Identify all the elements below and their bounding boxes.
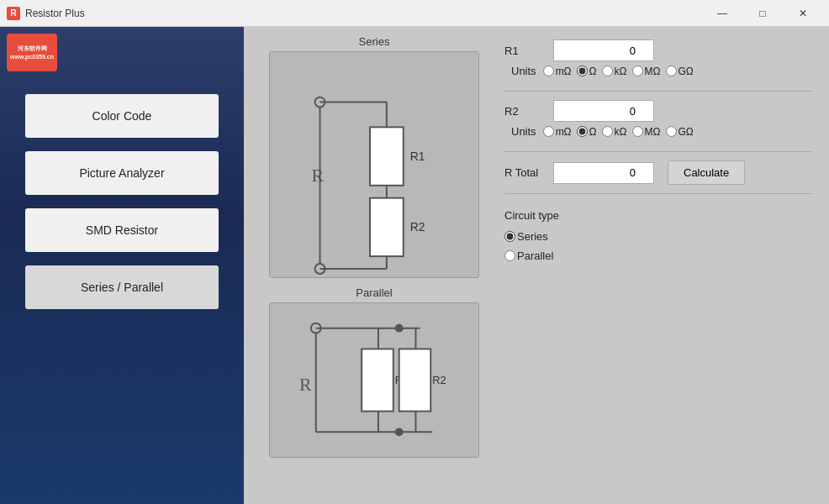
parallel-diagram-section: Parallel R <box>261 286 488 458</box>
sidebar-item-color-code[interactable]: Color Code <box>25 94 219 138</box>
svg-point-18 <box>395 324 404 333</box>
app-icon: R <box>7 7 20 20</box>
maximize-button[interactable]: □ <box>743 0 782 27</box>
window-controls: — □ ✕ <box>703 0 822 27</box>
svg-text:R1: R1 <box>410 150 425 163</box>
svg-rect-5 <box>370 127 404 185</box>
series-diagram-box: R R1 R2 <box>269 51 479 278</box>
r1-units-label: Units <box>511 65 536 77</box>
r2-label: R2 <box>504 105 547 118</box>
r1-label: R1 <box>504 45 547 57</box>
svg-text:R2: R2 <box>410 220 425 234</box>
svg-rect-24 <box>399 349 431 411</box>
circuit-type-series[interactable]: Series <box>504 230 812 243</box>
r1-units-group: mΩ Ω kΩ MΩ GΩ <box>543 66 694 77</box>
circuit-type-parallel[interactable]: Parallel <box>504 249 812 262</box>
r2-units-group: mΩ Ω kΩ MΩ GΩ <box>543 126 694 138</box>
r2-input[interactable] <box>553 100 654 122</box>
rtotal-label: R Total <box>504 166 547 179</box>
sidebar: 河东软件网www.pc0359.cn Color Code Picture An… <box>0 27 244 504</box>
calculate-button[interactable]: Calculate <box>668 160 745 185</box>
r1-unit-ohm[interactable]: Ω <box>577 66 597 77</box>
sidebar-item-picture-analyzer[interactable]: Picture Analyzer <box>25 151 219 195</box>
r2-group: R2 Units mΩ Ω kΩ MΩ GΩ <box>504 100 812 138</box>
r1-unit-mohm2[interactable]: MΩ <box>632 66 661 77</box>
r2-unit-gohm[interactable]: GΩ <box>666 126 694 138</box>
r1-unit-kohm[interactable]: kΩ <box>602 66 627 77</box>
series-label: Series <box>359 35 390 48</box>
r1-input[interactable] <box>553 39 654 61</box>
sidebar-item-smd-resistor[interactable]: SMD Resistor <box>25 208 219 252</box>
controls-column: R1 Units mΩ Ω kΩ MΩ GΩ <box>504 35 812 496</box>
series-diagram-section: Series R <box>261 35 488 278</box>
r1-group: R1 Units mΩ Ω kΩ MΩ GΩ <box>504 39 812 77</box>
divider-2 <box>504 151 812 152</box>
svg-rect-8 <box>370 198 404 256</box>
diagrams-column: Series R <box>261 35 488 496</box>
r2-units-label: Units <box>511 125 536 138</box>
main-content: Series R <box>244 27 829 504</box>
r2-unit-mohm2[interactable]: MΩ <box>632 126 661 138</box>
svg-point-28 <box>395 428 404 436</box>
parallel-label: Parallel <box>356 286 392 299</box>
svg-text:R: R <box>299 375 312 395</box>
parallel-circuit-svg: R R1 <box>270 303 478 457</box>
circuit-type-group: Circuit type Series Parallel <box>504 202 812 262</box>
r1-units-row: Units mΩ Ω kΩ MΩ GΩ <box>504 65 812 77</box>
r1-unit-gohm[interactable]: GΩ <box>666 66 694 77</box>
svg-text:R: R <box>312 165 325 186</box>
svg-rect-20 <box>362 349 393 411</box>
r2-row: R2 <box>504 100 812 122</box>
titlebar: R Resistor Plus — □ ✕ <box>0 0 829 27</box>
divider-3 <box>504 193 812 194</box>
minimize-button[interactable]: — <box>703 0 742 27</box>
r2-unit-kohm[interactable]: kΩ <box>602 126 627 138</box>
app-title: Resistor Plus <box>25 8 703 19</box>
r2-unit-ohm[interactable]: Ω <box>577 126 597 138</box>
circuit-type-radio-group: Series Parallel <box>504 230 812 262</box>
circuit-type-label: Circuit type <box>504 209 812 222</box>
sidebar-item-series-parallel[interactable]: Series / Parallel <box>25 265 219 309</box>
r2-unit-mohm[interactable]: mΩ <box>543 126 572 138</box>
svg-text:R2: R2 <box>432 374 446 386</box>
r1-unit-mohm[interactable]: mΩ <box>543 66 572 77</box>
series-circuit-svg: R R1 R2 <box>270 52 478 277</box>
divider-1 <box>504 91 812 92</box>
app-body: 河东软件网www.pc0359.cn Color Code Picture An… <box>0 27 829 504</box>
r1-row: R1 <box>504 39 812 61</box>
close-button[interactable]: ✕ <box>784 0 822 27</box>
parallel-diagram-box: R R1 <box>269 302 479 458</box>
rtotal-row: R Total Calculate <box>504 160 812 185</box>
r2-units-row: Units mΩ Ω kΩ MΩ GΩ <box>504 125 812 138</box>
rtotal-input <box>553 162 654 184</box>
sidebar-logo: 河东软件网www.pc0359.cn <box>7 34 57 71</box>
